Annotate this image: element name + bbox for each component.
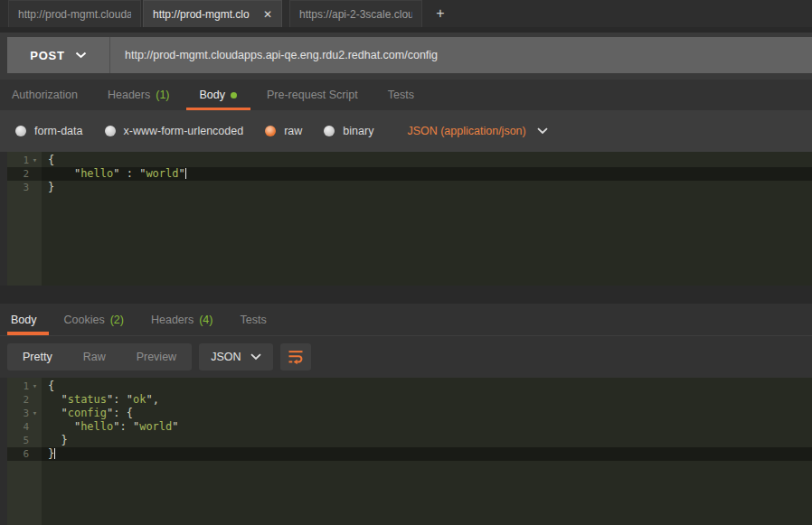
radio-selected-icon[interactable] xyxy=(265,126,276,136)
word-wrap-button[interactable] xyxy=(280,343,311,370)
browser-tab-bar: http://prod-mgmt.cloudapp http://prod-mg… xyxy=(0,0,812,27)
text-cursor xyxy=(185,168,186,179)
pretty-button[interactable]: Pretty xyxy=(7,351,68,363)
line-number: 2 xyxy=(16,167,29,181)
pane-divider[interactable] xyxy=(0,286,812,304)
tab-count-badge: (4) xyxy=(199,314,212,326)
browser-tab-label: http://prod-mgmt.cloudapp xyxy=(18,8,131,21)
code-text: "config": { xyxy=(42,407,133,420)
new-tab-button[interactable]: + xyxy=(428,0,453,27)
radio-label: raw xyxy=(284,125,302,137)
fold-arrow-icon[interactable]: ▾ xyxy=(31,380,39,393)
line-number: 3 xyxy=(16,181,29,194)
line-gutter: 1▾ xyxy=(7,154,42,167)
content-type-dropdown[interactable]: JSON (application/json) xyxy=(407,125,547,137)
tab-body[interactable]: Body xyxy=(186,80,251,110)
code-line[interactable]: 1▾{ xyxy=(7,154,812,167)
line-gutter: 2 xyxy=(7,393,42,407)
chevron-down-icon xyxy=(537,127,548,135)
code-text: "hello": "world" xyxy=(42,420,179,434)
browser-tab-2-active[interactable]: http://prod-mgmt.clo ✕ xyxy=(143,0,282,27)
method-dropdown[interactable]: POST xyxy=(7,37,110,73)
raw-button[interactable]: Raw xyxy=(68,351,121,363)
url-input[interactable]: http://prod-mgmt.cloudapps.api-qe.eng.rd… xyxy=(110,37,812,73)
tab-label: Tests xyxy=(240,314,266,326)
green-dot-icon xyxy=(231,92,237,98)
code-line[interactable]: 4 "hello": "world" xyxy=(7,420,812,434)
response-tab-body[interactable]: Body xyxy=(7,304,49,335)
tab-label: Tests xyxy=(388,89,414,101)
radio-binary[interactable]: binary xyxy=(324,125,373,137)
tab-count-badge: (1) xyxy=(156,89,169,101)
body-mode-row: form-data x-www-form-urlencoded raw bina… xyxy=(0,110,812,152)
code-line[interactable]: 5 } xyxy=(7,434,812,447)
response-tabs: Body Cookies (2) Headers (4) Tests xyxy=(0,304,812,335)
radio-icon[interactable] xyxy=(324,126,335,136)
content-type-label: JSON (application/json) xyxy=(407,125,525,137)
code-line[interactable]: 2 "hello" : "world" xyxy=(7,167,812,181)
line-gutter: 2 xyxy=(7,167,42,181)
tab-tests[interactable]: Tests xyxy=(374,80,428,110)
request-url-section: POST http://prod-mgmt.cloudapps.api-qe.e… xyxy=(0,33,812,80)
browser-tab-label: http://prod-mgmt.clo xyxy=(153,8,250,21)
line-number: 5 xyxy=(16,434,29,447)
fold-arrow-icon[interactable]: ▾ xyxy=(31,154,39,167)
tab-pre-request-script[interactable]: Pre-request Script xyxy=(253,80,372,110)
tab-count-badge: (2) xyxy=(110,314,124,326)
tab-label: Pre-request Script xyxy=(267,89,358,101)
close-tab-icon[interactable]: ✕ xyxy=(263,8,272,21)
line-number: 2 xyxy=(16,393,29,407)
code-line[interactable]: 1▾{ xyxy=(7,380,812,393)
response-tab-tests[interactable]: Tests xyxy=(228,304,278,335)
response-body-editor[interactable]: 1▾{2 "status": "ok",3▾ "config": {4 "hel… xyxy=(7,378,812,525)
radio-icon[interactable] xyxy=(15,126,26,136)
response-format-dropdown[interactable]: JSON xyxy=(199,343,273,370)
line-gutter: 4 xyxy=(7,420,42,434)
code-text: } xyxy=(42,447,55,461)
radio-label: form-data xyxy=(34,125,83,137)
tab-label: Headers xyxy=(108,89,150,101)
tab-label: Body xyxy=(200,89,226,101)
format-label: JSON xyxy=(211,351,241,363)
word-wrap-icon xyxy=(287,348,305,366)
code-line[interactable]: 6} xyxy=(7,447,812,461)
radio-icon[interactable] xyxy=(105,126,116,136)
radio-x-www-form-urlencoded[interactable]: x-www-form-urlencoded xyxy=(105,125,244,137)
line-gutter: 5 xyxy=(7,434,42,447)
line-number: 4 xyxy=(16,420,29,434)
code-text: "hello" : "world" xyxy=(42,167,186,181)
fold-arrow-icon[interactable]: ▾ xyxy=(31,407,39,420)
code-text: "status": "ok", xyxy=(42,393,159,407)
text-cursor xyxy=(54,448,55,459)
browser-tab-label: https://api-2-3scale.cloudap xyxy=(299,8,412,21)
code-text: { xyxy=(42,154,54,167)
line-gutter: 3 xyxy=(7,181,42,194)
browser-tab-3[interactable]: https://api-2-3scale.cloudap xyxy=(289,0,422,27)
response-toolbar: Pretty Raw Preview JSON xyxy=(0,335,812,378)
radio-label: binary xyxy=(343,125,373,137)
code-line[interactable]: 3} xyxy=(7,181,812,194)
line-gutter: 3▾ xyxy=(7,407,42,420)
method-label: POST xyxy=(30,49,65,62)
code-text: { xyxy=(42,380,54,393)
request-tabs: Authorization Headers (1) Body Pre-reque… xyxy=(0,80,812,110)
radio-form-data[interactable]: form-data xyxy=(15,125,83,137)
radio-label: x-www-form-urlencoded xyxy=(124,125,244,137)
code-line[interactable]: 2 "status": "ok", xyxy=(7,393,812,407)
request-url-bar: POST http://prod-mgmt.cloudapps.api-qe.e… xyxy=(7,37,812,73)
line-number: 1 xyxy=(16,380,29,393)
code-line[interactable]: 3▾ "config": { xyxy=(7,407,812,420)
preview-button[interactable]: Preview xyxy=(121,351,192,363)
line-number: 3 xyxy=(16,407,29,420)
response-tab-headers[interactable]: Headers (4) xyxy=(139,304,225,335)
tab-authorization[interactable]: Authorization xyxy=(0,80,91,110)
response-tab-cookies[interactable]: Cookies (2) xyxy=(52,304,136,335)
tab-headers[interactable]: Headers (1) xyxy=(94,80,184,110)
radio-raw[interactable]: raw xyxy=(265,125,302,137)
browser-tab-1[interactable]: http://prod-mgmt.cloudapp xyxy=(8,0,141,27)
line-number: 1 xyxy=(16,154,29,167)
line-number: 6 xyxy=(16,447,29,461)
request-body-editor[interactable]: 1▾{2 "hello" : "world"3} xyxy=(7,152,812,286)
chevron-down-icon xyxy=(250,353,261,361)
tab-label: Body xyxy=(11,314,37,326)
